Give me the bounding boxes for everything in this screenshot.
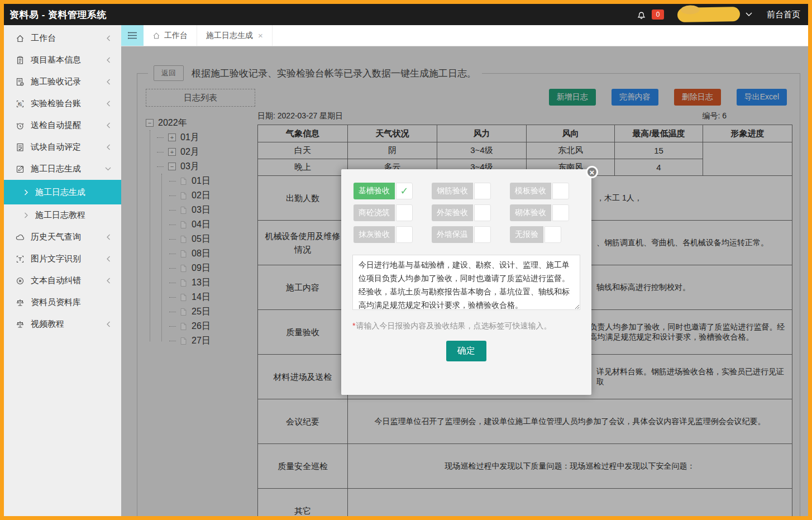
home-icon: [15, 34, 25, 44]
tag-checkbox[interactable]: [474, 226, 491, 243]
tag-checkbox[interactable]: [474, 204, 491, 221]
sidebar-item-construction-log[interactable]: 施工日志生成: [4, 158, 121, 180]
bell-icon[interactable]: [637, 10, 646, 20]
scales-icon: [15, 298, 25, 308]
app-title: 资料易 - 资料管理系统: [9, 8, 107, 21]
chevron-collapse-icon: [106, 234, 111, 240]
chevron-collapse-icon: [106, 278, 111, 284]
sidebar-item-inspection-reminder[interactable]: 送检自动提醒: [4, 115, 121, 136]
tag-checkbox[interactable]: [552, 204, 569, 221]
confirm-button[interactable]: 确定: [446, 341, 486, 361]
tab-label: 工作台: [164, 31, 188, 41]
weather-cloud-icon: [15, 232, 25, 242]
ocr-text-icon: [15, 254, 25, 264]
tag-rebar-acceptance[interactable]: 钢筋验收: [432, 183, 491, 199]
chevron-expand-icon: [105, 166, 111, 171]
tag-checkbox[interactable]: [544, 226, 561, 243]
content-area: 返回 根据施工验收记录、实验检验台帐等已录入数据一键生成施工日志。 日志列表 −…: [121, 46, 808, 516]
tab-bar: 工作台 施工日志生成 ×: [121, 25, 808, 46]
tag-checkbox-checked[interactable]: ✓: [396, 183, 413, 199]
tag-base-trench-acceptance[interactable]: 基槽验收 ✓: [354, 183, 413, 199]
report-entry-dialog: × 基槽验收 ✓ 钢筋验收 模板验收: [341, 169, 591, 395]
chevron-collapse-icon: [106, 256, 111, 262]
alarm-clock-icon: [15, 121, 25, 131]
sidebar-subitem-construction-log-tutorial[interactable]: 施工日志教程: [4, 204, 121, 226]
inspection-stamp-icon: 检: [15, 99, 25, 109]
chevron-collapse-icon: [106, 57, 111, 63]
close-icon[interactable]: ×: [586, 166, 598, 178]
front-home-link[interactable]: 前台首页: [767, 9, 800, 20]
required-asterisk: *: [352, 321, 355, 330]
sidebar-item-testblock-evaluation[interactable]: 试块自动评定: [4, 136, 121, 158]
close-icon[interactable]: ×: [258, 31, 263, 40]
circle-x-icon: [15, 276, 25, 286]
tab-label: 施工日志生成: [206, 31, 253, 41]
scales-icon: [15, 319, 25, 330]
tag-checkbox[interactable]: [552, 183, 569, 199]
sidebar-item-project-info[interactable]: 项目基本信息: [4, 49, 121, 71]
sidebar-item-workbench[interactable]: 工作台: [4, 27, 121, 49]
sidebar-item-text-correction[interactable]: 文本自动纠错: [4, 270, 121, 292]
tab-construction-log[interactable]: 施工日志生成 ×: [197, 25, 273, 46]
sidebar-item-acceptance-records[interactable]: 施工验收记录: [4, 71, 121, 93]
tag-concrete-pouring[interactable]: 商砼浇筑: [354, 204, 413, 221]
sidebar: 工作台 项目基本信息 施工验收记录 检 实验检验台账 送检自动提醒: [4, 25, 121, 516]
document-check-icon: [15, 142, 25, 152]
svg-text:检: 检: [17, 102, 22, 107]
tab-workbench[interactable]: 工作台: [144, 25, 197, 46]
chevron-collapse-icon: [106, 122, 111, 128]
home-icon: [152, 32, 160, 40]
chevron-down-icon[interactable]: [746, 12, 752, 17]
tab-list-button[interactable]: [121, 25, 144, 46]
arrow-right-icon: [24, 189, 28, 195]
app-window: 资料易 - 资料管理系统 0 前台首页 工作台 项目基本信息: [0, 0, 812, 520]
chevron-collapse-icon: [106, 101, 111, 107]
sidebar-subitem-construction-log-generate[interactable]: 施工日志生成: [4, 180, 121, 204]
sidebar-item-test-ledger[interactable]: 检 实验检验台账: [4, 93, 121, 115]
topbar: 资料易 - 资料管理系统 0 前台首页: [4, 4, 808, 25]
tag-plaster-acceptance[interactable]: 抹灰验收: [354, 226, 413, 243]
sidebar-item-video-tutorial[interactable]: 视频教程: [4, 313, 121, 335]
chevron-collapse-icon: [106, 35, 111, 41]
tag-formwork-acceptance[interactable]: 模板验收: [510, 183, 569, 199]
tag-checkbox[interactable]: [474, 183, 491, 199]
notification-badge: 0: [652, 9, 664, 20]
tag-exterior-insulation[interactable]: 外墙保温: [432, 226, 491, 243]
report-content-textarea[interactable]: 今日进行地基与基础验槽，建设、勘察、设计、监理、施工单位项目负责人均参加了验收，…: [352, 255, 580, 310]
chevron-collapse-icon: [106, 79, 111, 85]
checkmark-icon: ✓: [400, 185, 408, 197]
dialog-hint: *请输入今日报验内容及验收结果，点选标签可快速输入。: [352, 321, 580, 331]
user-avatar-redacted[interactable]: [677, 7, 740, 22]
document-gear-icon: [15, 77, 25, 87]
chevron-collapse-icon: [106, 321, 111, 327]
document-edit-icon: [15, 164, 25, 174]
tag-no-inspection[interactable]: 无报验: [510, 226, 561, 243]
tag-checkbox[interactable]: [396, 226, 413, 243]
tag-scaffold-acceptance[interactable]: 外架验收: [432, 204, 491, 221]
tag-checkbox[interactable]: [396, 204, 413, 221]
inspection-tag-grid: 基槽验收 ✓ 钢筋验收 模板验收 商砼浇筑: [352, 183, 580, 243]
arrow-right-icon: [24, 212, 28, 218]
sidebar-item-ocr[interactable]: 图片文字识别: [4, 248, 121, 270]
sidebar-item-data-library[interactable]: 资料员资料库: [4, 292, 121, 313]
chevron-collapse-icon: [106, 144, 111, 150]
clipboard-icon: [15, 55, 25, 65]
sidebar-item-weather-history[interactable]: 历史天气查询: [4, 226, 121, 248]
tag-masonry-acceptance[interactable]: 砌体验收: [510, 204, 569, 221]
